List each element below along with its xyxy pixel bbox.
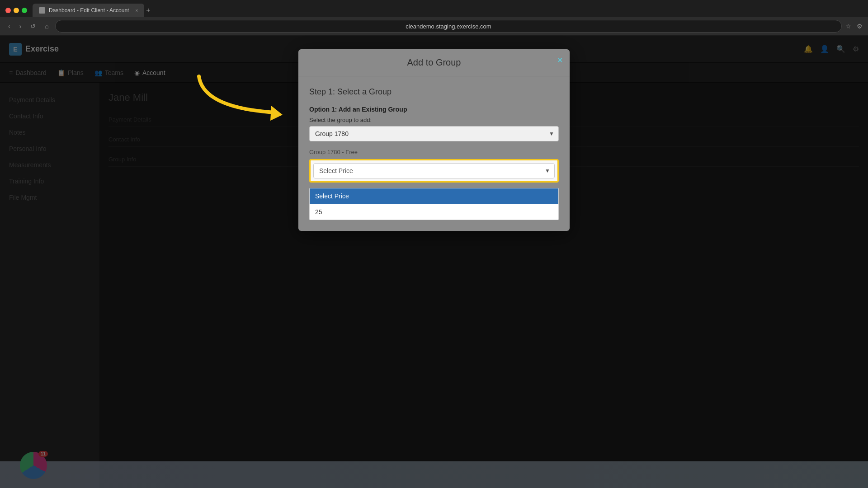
price-options-list[interactable]: Select Price 25 [309,188,559,220]
add-to-group-modal: Add to Group × Step 1: Select a Group Op… [298,49,570,231]
reload-button[interactable]: ↺ [28,22,38,31]
arrow-annotation [194,72,294,128]
price-dropdown[interactable]: Select Price 25 [313,163,555,178]
modal-header: Add to Group × [298,49,570,76]
modal-close-button[interactable]: × [557,56,562,65]
group-fee-text: Group 1780 - Free [309,149,559,155]
svg-marker-0 [270,106,283,121]
group-dropdown-wrapper: Group 1780 ▼ [309,126,559,141]
tab-title: Dashboard - Edit Client - Account [49,7,129,14]
price-select-highlighted-area: Select Price 25 ▼ [309,159,559,183]
close-traffic-light[interactable] [5,8,11,13]
step-label: Step 1: Select a Group [309,87,559,97]
modal-title: Add to Group [407,57,461,67]
select-group-label: Select the group to add: [309,117,559,123]
browser-chrome: Dashboard - Edit Client - Account × + ‹ … [0,0,868,36]
maximize-traffic-light[interactable] [22,8,27,13]
new-tab-button[interactable]: + [146,6,150,14]
traffic-lights [5,8,27,13]
group-dropdown[interactable]: Group 1780 [309,126,559,141]
app-background: E Exercise 🔔 👤 🔍 ⚙ ≡ Dashboard 📋 Plans 👥… [0,36,868,488]
browser-action-icons: ☆ ⚙ [845,23,863,30]
extensions-icon[interactable]: ⚙ [857,23,863,30]
forward-button[interactable]: › [17,22,24,31]
minimize-traffic-light[interactable] [14,8,19,13]
modal-body: Step 1: Select a Group Option 1: Add an … [298,76,570,231]
back-button[interactable]: ‹ [5,22,13,31]
price-option-item-25[interactable]: 25 [310,204,558,220]
home-button[interactable]: ⌂ [42,22,51,31]
option1-label: Option 1: Add an Existing Group [309,106,559,113]
active-tab[interactable]: Dashboard - Edit Client - Account × [33,4,144,17]
modal-backdrop[interactable]: Add to Group × Step 1: Select a Group Op… [0,36,868,488]
url-input[interactable] [55,20,842,33]
bookmark-icon[interactable]: ☆ [845,23,851,30]
tab-favicon [39,7,45,14]
tab-close-button[interactable]: × [135,8,138,13]
price-dropdown-wrapper: Select Price 25 ▼ [313,163,555,178]
tab-bar: Dashboard - Edit Client - Account × + [0,0,868,17]
price-option-item-select[interactable]: Select Price [310,188,558,204]
address-bar: ‹ › ↺ ⌂ ☆ ⚙ [0,17,868,35]
